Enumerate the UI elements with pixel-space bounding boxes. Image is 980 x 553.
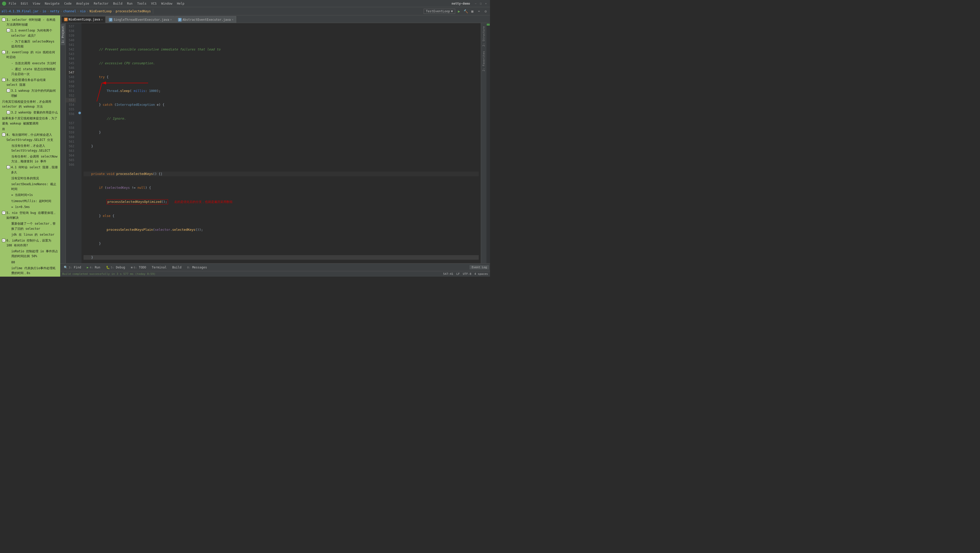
code-line-545: } xyxy=(83,144,479,149)
messages-tab[interactable]: 0: Messages xyxy=(185,265,210,270)
menu-code[interactable]: Code xyxy=(62,1,74,6)
tab-label-3: AbstractEventExecutor.java xyxy=(183,18,231,22)
code-line-539: // excessive CPU consumption. xyxy=(83,61,479,65)
menu-view[interactable]: View xyxy=(31,1,42,6)
menu-window[interactable]: Window xyxy=(159,1,174,6)
tab-bar: J NioEventLoop.java ✕ J SingleThreadEven… xyxy=(60,15,490,23)
code-line-549: processSelectedKeysOptimized(); 走的是优化后的分… xyxy=(83,199,479,204)
note-item: 4.1 何时会 select 阻塞，阻塞多久 xyxy=(7,165,58,175)
right-scrollbar[interactable] xyxy=(487,23,490,263)
menu-navigate[interactable]: Navigate xyxy=(43,1,62,6)
project-tab: 1: Project xyxy=(60,23,66,263)
event-log-button[interactable]: Event Log xyxy=(469,265,489,269)
build-status: Build completed successfully in 3 s 577 … xyxy=(62,272,156,276)
code-line-540: try { xyxy=(83,75,479,79)
java-icon: J xyxy=(64,17,68,21)
note-item: 如果有多个其它线程都来提交任务，为了避免 wakeup 被频繁调用 xyxy=(2,116,58,126)
maximize-button[interactable]: □ xyxy=(479,2,483,6)
note-item: 没有定时任务的情况 xyxy=(11,176,58,181)
code-line-551: processSelectedKeysPlain(selector.select… xyxy=(83,227,479,232)
breadcrumb-class[interactable]: NioEventLoop xyxy=(90,10,112,13)
note-item: 1. selector 何时创建 - 在构造方法调用时创建 xyxy=(2,17,58,27)
code-editor[interactable]: // Prevent possible consecutive immediat… xyxy=(81,23,481,263)
code-line-546 xyxy=(83,158,479,162)
note-item: 只有其它线程提交任务时，才会调用 selector 的 wakeup 方法 xyxy=(2,99,58,109)
checkbox[interactable] xyxy=(7,29,10,32)
find-tab[interactable]: 🔍 3: Find xyxy=(61,265,84,270)
note-item: ioRatio 控制处理 io 事件所占用的时间比例 50% xyxy=(11,249,58,259)
breadcrumb-method[interactable]: processSelectedKeys xyxy=(116,10,151,13)
breadcrumb-nio[interactable]: nio xyxy=(80,10,86,13)
menu-run[interactable]: Run xyxy=(125,1,135,6)
tab-nioeventloop[interactable]: J NioEventLoop.java ✕ xyxy=(61,16,105,23)
code-line-548: if (selectedKeys != null) { xyxy=(83,186,479,190)
menu-build[interactable]: Build xyxy=(111,1,124,6)
menu-file[interactable]: File xyxy=(7,1,18,6)
menu-help[interactable]: Help xyxy=(175,1,186,6)
gutter xyxy=(77,23,81,263)
note-item: 当有任务时，会调用 selectNow 方法，顺便拿到 io 事件 xyxy=(11,154,58,164)
breadcrumb-channel[interactable]: channel xyxy=(63,10,76,13)
todo-tab[interactable]: ≡ 6: TODO xyxy=(128,265,149,270)
breadcrumb-jar[interactable]: all-4.1.39.Final.jar xyxy=(2,10,39,13)
project-tab-label[interactable]: 1: Project xyxy=(61,24,65,45)
note-item: 当没有任务时，才会进入 SelectStrategy.SELECT xyxy=(11,143,58,153)
close-button[interactable]: ✕ xyxy=(484,2,488,6)
cursor-position[interactable]: 547:41 xyxy=(443,272,453,276)
checkbox[interactable] xyxy=(7,89,10,92)
coverage-button[interactable]: ☂ xyxy=(476,8,482,14)
code-line-547: private void processSelectedKeys() {| xyxy=(83,172,479,176)
note-item: selectDeadLineNanos: 截止时间 xyxy=(11,182,58,192)
menu-refactor[interactable]: Refactor xyxy=(92,1,111,6)
menu-edit[interactable]: Edit xyxy=(19,1,30,6)
run-button[interactable]: ▶ xyxy=(456,8,462,14)
debug-tab[interactable]: 🐛 5: Debug xyxy=(103,265,128,270)
checkbox[interactable] xyxy=(2,211,5,215)
note-item: - 通过 state 状态位控制线程只会启动一次 xyxy=(11,67,58,76)
code-line-542: } catch (InterruptedException e) { xyxy=(83,102,479,107)
breadcrumb: all-4.1.39.Final.jar › io › netty › chan… xyxy=(2,10,151,13)
checkbox[interactable] xyxy=(2,133,5,136)
tab-close-button-3[interactable]: ✕ xyxy=(232,18,234,21)
tab-close-button[interactable]: ✕ xyxy=(101,18,103,21)
note-item: 6. ioRatio 控制什么，设置为 100 有何作用? xyxy=(2,238,58,248)
build-tab[interactable]: Build xyxy=(170,265,184,270)
line-numbers: 537 538 539 540 541 542 543 544 545 546 … xyxy=(66,23,77,263)
breadcrumb-netty[interactable]: netty xyxy=(50,10,59,13)
code-line-538: // Prevent possible consecutive immediat… xyxy=(83,47,479,52)
checkbox[interactable] xyxy=(2,239,5,242)
run-tab[interactable]: ▶ 4: Run xyxy=(84,265,103,270)
checkbox[interactable] xyxy=(2,78,5,81)
build-button[interactable]: 🔨 xyxy=(463,8,468,14)
checkbox[interactable] xyxy=(7,165,10,169)
settings-button[interactable]: ⚙ xyxy=(483,8,488,14)
line-separator[interactable]: LF xyxy=(457,272,460,276)
encoding[interactable]: UTF-8 xyxy=(463,272,471,276)
note-item: 2. eventloop 的 nio 线程在何时启动 xyxy=(2,50,58,60)
note-item: 3.2 wakenUp 变量的作用是什么 xyxy=(7,110,58,115)
checkbox[interactable] xyxy=(7,111,10,114)
notes-panel: 1. selector 何时创建 - 在构造方法调用时创建 1.1 eventl… xyxy=(0,15,60,276)
menu-vcs[interactable]: VCS xyxy=(149,1,159,6)
checkbox[interactable] xyxy=(2,18,5,21)
code-line-541: Thread.sleep( millis: 1000); xyxy=(83,89,479,93)
terminal-tab[interactable]: Terminal xyxy=(150,265,169,270)
favorites-tab[interactable]: 2: Favorites xyxy=(482,49,486,73)
checkbox[interactable] xyxy=(2,51,5,54)
note-item: 1.1 eventloop 为何有两个 selector 成员? xyxy=(7,28,58,38)
tab-close-button-2[interactable]: ✕ xyxy=(170,18,172,21)
tab-singlethread[interactable]: J SingleThreadEventExecutor.java ✕ xyxy=(106,16,175,23)
run-config-selector[interactable]: TestEventLoop ▼ xyxy=(424,9,455,14)
status-bar: Build completed successfully in 3 s 577 … xyxy=(60,271,490,276)
stop-button[interactable]: ■ xyxy=(469,8,475,14)
menu-tools[interactable]: Tools xyxy=(135,1,149,6)
menu-analyze[interactable]: Analyze xyxy=(74,1,91,6)
indent-info[interactable]: 4 spaces xyxy=(474,272,488,276)
code-line-543: // Ignore. xyxy=(83,116,479,121)
structure-tab[interactable]: 2: Structure xyxy=(482,24,486,48)
tab-abstractevent[interactable]: J AbstractEventExecutor.java ✕ xyxy=(175,16,236,23)
code-line-537 xyxy=(83,33,479,38)
minimize-button[interactable]: — xyxy=(474,2,478,6)
breadcrumb-io[interactable]: io xyxy=(43,10,46,13)
java-icon-3: J xyxy=(178,18,181,22)
